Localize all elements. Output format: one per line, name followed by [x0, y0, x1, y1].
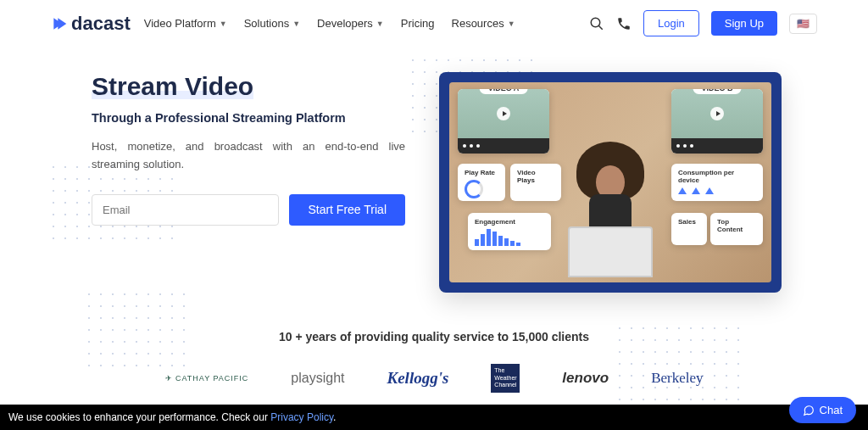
- device-icons: [678, 187, 756, 194]
- logo-kelloggs: Kellogg's: [387, 369, 449, 388]
- video-b-label: VIDEO B: [693, 89, 741, 94]
- hero-right: VIDEO A VIDEO B Play Rate Video Plays En…: [439, 72, 817, 293]
- nav-label: Solutions: [244, 17, 289, 30]
- nav-pricing[interactable]: Pricing: [401, 17, 435, 30]
- stat-label: Video Plays: [517, 169, 554, 184]
- phone-icon[interactable]: [616, 16, 632, 31]
- stat-play-rate: Play Rate: [458, 164, 505, 201]
- chevron-down-icon: ▼: [508, 20, 515, 28]
- stat-video-plays: Video Plays: [510, 164, 561, 201]
- cookie-bar: We use cookies to enhance your performan…: [0, 405, 868, 430]
- stat-label: Play Rate: [465, 169, 498, 176]
- nav-label: Resources: [452, 17, 504, 30]
- bar-chart-icon: [475, 229, 544, 246]
- chat-icon: [803, 405, 815, 416]
- start-trial-button[interactable]: Start Free Trial: [289, 194, 405, 226]
- mini-video-b: VIDEO B: [671, 89, 763, 154]
- logo-weather-channel: The Weather Channel: [491, 364, 520, 393]
- main-nav: Video Platform▼ Solutions▼ Developers▼ P…: [144, 17, 515, 30]
- logo-icon: [51, 15, 68, 32]
- stat-label: Consumption per device: [678, 169, 756, 184]
- weather-line: Weather: [494, 375, 516, 382]
- search-icon[interactable]: [589, 16, 604, 31]
- client-logos: ✈ CATHAY PACIFIC playsight Kellogg's The…: [0, 364, 868, 393]
- nav-video-platform[interactable]: Video Platform▼: [144, 17, 227, 30]
- stat-label: Engagement: [475, 218, 544, 226]
- mini-video-content: [458, 89, 549, 138]
- play-icon: [710, 107, 724, 120]
- nav-label: Developers: [317, 17, 373, 30]
- logo-cathay-pacific: ✈ CATHAY PACIFIC: [165, 374, 249, 383]
- weather-line: Channel: [494, 382, 516, 388]
- chevron-down-icon: ▼: [376, 20, 384, 28]
- weather-line: The: [494, 367, 516, 374]
- mini-controls: [458, 138, 549, 154]
- stat-engagement: Engagement: [468, 213, 551, 250]
- stat-label: Top Content: [717, 218, 756, 233]
- cookie-text: We use cookies to enhance your performan…: [8, 411, 270, 423]
- hero-title: Stream Video: [92, 72, 253, 101]
- chat-label: Chat: [820, 404, 843, 416]
- chat-button[interactable]: Chat: [789, 397, 856, 423]
- signup-button[interactable]: Sign Up: [711, 11, 777, 36]
- header-right: Login Sign Up 🇺🇸: [589, 10, 817, 36]
- chevron-down-icon: ▼: [220, 20, 227, 28]
- video-panel: VIDEO A VIDEO B Play Rate Video Plays En…: [439, 72, 782, 293]
- logo-lenovo: lenovo: [562, 370, 609, 387]
- svg-point-0: [591, 18, 600, 27]
- hero-subtitle: Through a Professional Streaming Platfor…: [92, 111, 405, 125]
- logo-playsight: playsight: [291, 371, 344, 386]
- nav-resources[interactable]: Resources▼: [452, 17, 515, 30]
- language-selector[interactable]: 🇺🇸: [789, 14, 817, 34]
- privacy-policy-link[interactable]: Privacy Policy: [270, 411, 333, 423]
- nav-solutions[interactable]: Solutions▼: [244, 17, 300, 30]
- tagline: 10 + years of providing quality service …: [0, 330, 868, 343]
- email-row: Start Free Trial: [92, 194, 405, 226]
- logo[interactable]: dacast: [51, 13, 131, 35]
- stat-sales: Sales: [671, 213, 707, 245]
- stat-top-content: Top Content: [710, 213, 763, 245]
- chevron-down-icon: ▼: [292, 20, 300, 28]
- nav-label: Video Platform: [144, 17, 216, 30]
- stat-consumption: Consumption per device: [671, 164, 763, 201]
- brand-name: dacast: [71, 13, 131, 35]
- laptop-illustration: [568, 226, 653, 277]
- header: dacast Video Platform▼ Solutions▼ Develo…: [0, 0, 868, 47]
- hero-section: Stream Video Through a Professional Stre…: [0, 47, 868, 310]
- login-button[interactable]: Login: [643, 10, 699, 36]
- svg-line-1: [598, 25, 603, 30]
- video-a-label: VIDEO A: [480, 89, 528, 94]
- stat-label: Sales: [678, 218, 700, 226]
- email-input[interactable]: [92, 194, 279, 226]
- mini-video-a: VIDEO A: [458, 89, 549, 154]
- hero-left: Stream Video Through a Professional Stre…: [92, 72, 405, 293]
- circle-chart-icon: [465, 180, 483, 198]
- mini-controls: [671, 138, 763, 154]
- mini-video-content: [671, 89, 763, 138]
- cookie-suffix: .: [333, 411, 336, 423]
- hero-description: Host, monetize, and broadcast with an en…: [92, 138, 405, 174]
- nav-label: Pricing: [401, 17, 435, 30]
- nav-developers[interactable]: Developers▼: [317, 17, 384, 30]
- logo-berkeley: Berkeley: [651, 370, 703, 387]
- play-icon: [497, 107, 510, 120]
